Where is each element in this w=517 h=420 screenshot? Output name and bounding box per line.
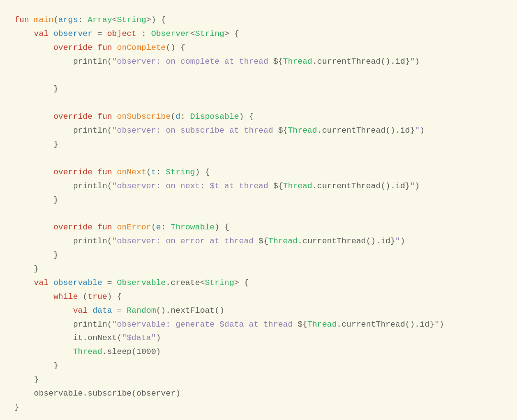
line-19: } bbox=[14, 264, 39, 273]
line-9: println("observer: on subscribe at threa… bbox=[14, 126, 425, 135]
line-20: val observable = Observable.create<Strin… bbox=[14, 278, 249, 287]
line-16: override fun onError(e: Throwable) { bbox=[14, 223, 229, 232]
line-3: override fun onComplete() { bbox=[14, 43, 185, 52]
line-2: val observer = object : Observer<String>… bbox=[14, 29, 239, 38]
line-21: while (true) { bbox=[14, 292, 122, 301]
line-26: } bbox=[14, 361, 58, 370]
line-17: println("observer: on error at thread ${… bbox=[14, 237, 405, 246]
line-25: Thread.sleep(1000) bbox=[14, 347, 161, 356]
line-4: println("observer: on complete at thread… bbox=[14, 57, 420, 66]
line-28: observable.subscribe(observer) bbox=[14, 389, 180, 398]
line-18: } bbox=[14, 250, 58, 260]
line-23: println("observable: generate $data at t… bbox=[14, 320, 444, 329]
line-29: } bbox=[14, 403, 19, 412]
line-1: fun main(args: Array<String>) { bbox=[14, 15, 166, 24]
code-block: fun main(args: Array<String>) { val obse… bbox=[14, 13, 503, 415]
line-12: override fun onNext(t: String) { bbox=[14, 168, 210, 177]
line-8: override fun onSubscribe(d: Disposable) … bbox=[14, 112, 254, 121]
line-22: val data = Random().nextFloat() bbox=[14, 306, 225, 315]
line-14: } bbox=[14, 195, 58, 204]
line-24: it.onNext("$data") bbox=[14, 333, 161, 342]
line-6: } bbox=[14, 84, 58, 93]
line-13: println("observer: on next: $t at thread… bbox=[14, 182, 420, 191]
line-10: } bbox=[14, 140, 58, 149]
line-27: } bbox=[14, 375, 39, 384]
